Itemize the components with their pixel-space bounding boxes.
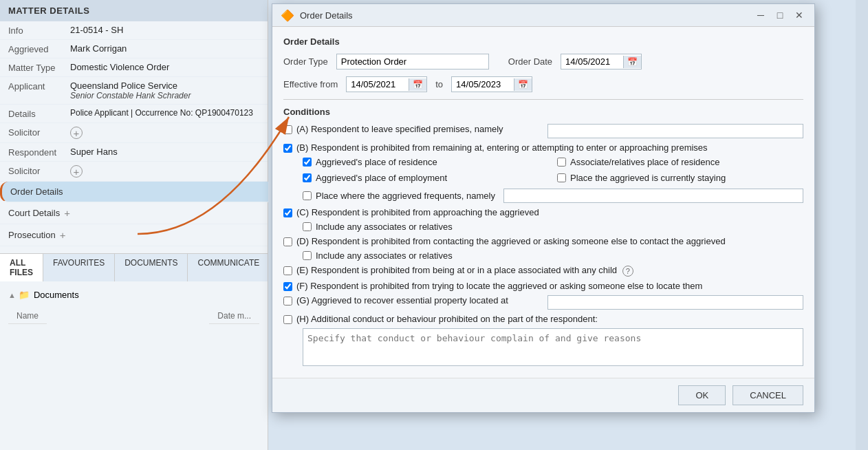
label-solicitor1: Solicitor: [8, 127, 70, 138]
tab-favourites[interactable]: FAVOURITES: [43, 254, 115, 281]
sub-b5-text: Place where the aggrieved frequents, nam…: [316, 191, 495, 201]
value-info: 21-0514 - SH: [70, 25, 259, 35]
prosecution-label: Prosecution: [8, 230, 56, 240]
condition-b-checkbox[interactable]: [283, 144, 292, 153]
sub-b5-row: Place where the aggrieved frequents, nam…: [303, 189, 803, 203]
tab-communicate[interactable]: COMMUNICATE: [188, 254, 270, 281]
matter-details-header: MATTER DETAILS: [0, 0, 268, 21]
order-date-calendar-icon[interactable]: 📅: [623, 56, 641, 68]
condition-f-text: (F) Respondent is prohibited from trying…: [296, 281, 803, 291]
condition-c-checkbox[interactable]: [283, 208, 292, 217]
effective-from-input[interactable]: [347, 77, 409, 92]
order-details-label: Order Details: [10, 186, 63, 197]
condition-e-text: (E) Respondent is prohibited from being …: [296, 265, 803, 277]
effective-to-input[interactable]: [452, 77, 514, 92]
label-respondent: Respondent: [8, 147, 70, 158]
order-date-wrapper: 📅: [561, 54, 642, 69]
add-prosecution-icon[interactable]: +: [60, 229, 66, 241]
close-button[interactable]: ✕: [792, 8, 806, 22]
condition-e-help-icon[interactable]: ?: [622, 266, 633, 277]
order-details-section-label: Order Details: [283, 36, 803, 47]
tab-documents[interactable]: DOCUMENTS: [115, 254, 188, 281]
sidebar: MATTER DETAILS Info 21-0514 - SH Aggriev…: [0, 0, 268, 450]
order-details-dialog: 🔶 Order Details ─ □ ✕ Order Details Orde…: [272, 3, 815, 413]
order-type-select-wrapper: Protection Order: [336, 54, 489, 69]
value-solicitor1: +: [70, 127, 259, 139]
value-details: Police Applicant | Occurrence No: QP1900…: [70, 108, 259, 118]
effective-to-label: to: [435, 79, 443, 89]
order-type-label: Order Type: [283, 56, 328, 67]
ok-button[interactable]: OK: [678, 385, 726, 405]
sidebar-item-prosecution[interactable]: Prosecution +: [0, 224, 268, 246]
dialog-body: Order Details Order Type Protection Orde…: [272, 27, 814, 378]
add-court-details-icon[interactable]: +: [64, 207, 70, 219]
dialog-title-left: 🔶 Order Details: [281, 9, 353, 22]
sub-b5-input[interactable]: [503, 189, 803, 203]
label-details: Details: [8, 108, 70, 119]
sub-d1-checkbox[interactable]: [303, 251, 312, 260]
sub-b5-checkbox[interactable]: [303, 191, 312, 200]
sub-c1-text: Include any associates or relatives: [316, 222, 453, 232]
add-solicitor2-icon[interactable]: +: [70, 165, 83, 178]
condition-g-input[interactable]: [547, 295, 804, 310]
sub-b2-checkbox[interactable]: [557, 158, 566, 167]
sub-b3-checkbox[interactable]: [303, 173, 312, 182]
cancel-button[interactable]: CANCEL: [733, 385, 803, 405]
condition-h-text: (H) Additional conduct or behaviour proh…: [296, 314, 803, 324]
condition-f-row: (F) Respondent is prohibited from trying…: [283, 281, 803, 291]
folder-label: Documents: [34, 290, 79, 300]
condition-a-checkbox[interactable]: [283, 125, 292, 134]
condition-h-checkbox[interactable]: [283, 315, 292, 324]
sub-b3-row: Aggrieved's place of employment: [303, 173, 549, 183]
sub-b1-checkbox[interactable]: [303, 158, 312, 167]
value-matter-type: Domestic Violence Order: [70, 62, 259, 72]
condition-d-checkbox[interactable]: [283, 237, 292, 246]
effective-from-label: Effective from: [283, 79, 338, 89]
condition-h-row: (H) Additional conduct or behaviour proh…: [283, 314, 803, 324]
tab-all-files[interactable]: ALL FILES: [0, 254, 43, 281]
condition-g-checkbox[interactable]: [283, 297, 292, 306]
value-applicant-sub: Senior Constable Hank Schrader: [70, 91, 191, 100]
condition-d-text: (D) Respondent is prohibited from contac…: [296, 236, 803, 246]
matter-row-aggrieved: Aggrieved Mark Corrigan: [0, 40, 268, 58]
dialog-logo-icon: 🔶: [281, 9, 294, 22]
condition-a-input[interactable]: [547, 124, 804, 138]
sub-b3-text: Aggrieved's place of employment: [316, 173, 447, 183]
condition-b-sub: Aggrieved's place of residence Associate…: [303, 157, 803, 203]
right-scrollbar[interactable]: [856, 0, 868, 450]
dialog-footer: OK CANCEL: [272, 378, 814, 412]
matter-row-info: Info 21-0514 - SH: [0, 21, 268, 40]
effective-from-calendar-icon[interactable]: 📅: [409, 78, 426, 91]
condition-a-text: (A) Respondent to leave specified premis…: [296, 124, 543, 134]
sidebar-item-order-details[interactable]: Order Details: [0, 182, 268, 202]
sub-b2-text: Associate/relatives place of residence: [570, 157, 720, 167]
condition-c-row: (C) Respondent is prohibited from approa…: [283, 207, 803, 217]
order-type-select[interactable]: Protection Order: [337, 54, 488, 69]
files-section: ▲ 📁 Documents: [0, 281, 268, 308]
condition-h-textarea[interactable]: [303, 328, 803, 366]
label-matter-type: Matter Type: [8, 62, 70, 73]
maximize-button[interactable]: □: [773, 8, 787, 22]
add-solicitor1-icon[interactable]: +: [70, 127, 83, 139]
condition-d-row: (D) Respondent is prohibited from contac…: [283, 236, 803, 246]
label-aggrieved: Aggrieved: [8, 43, 70, 54]
matter-row-matter-type: Matter Type Domestic Violence Order: [0, 58, 268, 77]
condition-f-checkbox[interactable]: [283, 282, 292, 291]
order-date-label: Order Date: [508, 56, 552, 67]
sub-c1-checkbox[interactable]: [303, 222, 312, 231]
condition-e-checkbox[interactable]: [283, 266, 292, 275]
effective-to-calendar-icon[interactable]: 📅: [514, 78, 532, 91]
effective-to-wrapper: 📅: [451, 76, 532, 92]
value-applicant: Queensland Police Service: [70, 81, 191, 91]
tabs-row: ALL FILES FAVOURITES DOCUMENTS COMMUNICA…: [0, 253, 268, 281]
value-respondent: Super Hans: [70, 147, 259, 157]
sub-d1-text: Include any associates or relatives: [316, 250, 453, 261]
files-columns: Name Date m...: [0, 308, 268, 324]
minimize-button[interactable]: ─: [754, 8, 768, 22]
order-date-input[interactable]: [561, 54, 623, 69]
sub-b4-checkbox[interactable]: [557, 173, 566, 182]
matter-row-applicant: Applicant Queensland Police Service Seni…: [0, 77, 268, 105]
condition-c-sub: Include any associates or relatives: [303, 222, 803, 232]
sidebar-item-court-details[interactable]: Court Details +: [0, 202, 268, 224]
sub-b4-row: Place the aggrieved is currently staying: [557, 173, 803, 183]
